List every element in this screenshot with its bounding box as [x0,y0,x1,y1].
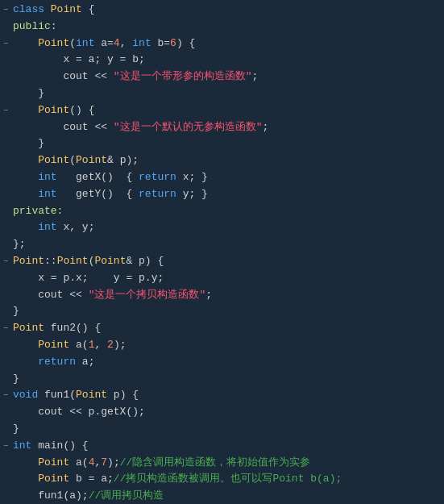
token-plain: & p) { [126,253,164,270]
token-plain: x, y; [57,219,95,236]
token-kw: int [76,35,94,52]
code-line: fun1(a);//调用拷贝构造 [0,488,444,504]
token-plain: { [82,2,95,19]
token-kw: return [38,354,76,371]
token-cn: Point [13,253,44,270]
token-plain: ( [69,152,76,169]
token-plain [13,186,38,203]
token-plain: } [13,371,19,388]
token-plain: ) { [176,35,195,52]
fold-icon[interactable] [3,373,13,387]
fold-icon[interactable]: − [3,389,13,403]
fold-icon[interactable] [3,456,13,471]
token-plain [13,219,38,236]
code-line: Point a(4,7);//隐含调用构造函数，将初始值作为实参 [0,455,444,472]
fold-icon[interactable] [3,238,13,252]
token-plain: & p); [107,152,139,169]
code-line: } [0,85,444,102]
fold-icon[interactable]: − [3,255,13,269]
token-plain: , [120,35,133,52]
token-num: 6 [170,35,176,52]
code-line: cout << p.getX(); [0,404,444,421]
token-plain: main() { [31,438,88,455]
fold-icon[interactable] [3,121,13,135]
token-plain [13,354,38,371]
fold-icon[interactable] [3,339,13,353]
token-plain: }; [13,236,26,253]
code-line: Point b = a;//拷贝构造函数被调用。也可以写Point b(a); [0,471,444,488]
token-cn: Point [94,253,126,270]
fold-icon[interactable] [3,289,13,303]
code-line: Point(Point& p); [0,152,444,169]
fold-icon[interactable] [3,137,13,152]
code-line: − Point() { [0,102,444,119]
token-plain [13,35,38,52]
fold-icon[interactable] [3,205,13,219]
fold-icon[interactable] [3,272,13,286]
token-plain: x = a; y = b; [13,52,145,69]
token-kw: int [132,35,151,52]
fold-icon[interactable] [3,356,13,370]
token-plain: :: [44,253,57,270]
fold-icon[interactable] [3,221,13,235]
token-str: "这是一个默认的无参构造函数" [114,119,263,136]
token-num: 4 [89,455,95,472]
token-num: 4 [114,35,120,52]
fold-icon[interactable]: − [3,3,13,18]
token-kw: int [13,438,31,455]
token-cn: Point [38,35,69,52]
token-label: public: [13,19,57,35]
fold-icon[interactable] [3,305,13,319]
token-plain: } [13,85,44,102]
code-line: int x, y; [0,219,444,236]
fold-icon[interactable] [3,70,13,85]
token-num: 7 [101,455,107,472]
token-comment2: //拷贝构造函数被调用。也可以写Point b(a); [114,471,342,488]
fold-icon[interactable]: − [3,104,13,119]
code-line: } [0,135,444,152]
token-kw: class [13,2,51,19]
token-num: 1 [89,337,95,354]
fold-icon[interactable] [3,20,13,35]
token-plain [13,455,38,472]
token-cn: Point [38,102,69,119]
token-cn: Point [38,471,69,488]
token-plain: x = p.x; y = p.y; [13,270,164,287]
token-plain: ( [69,35,76,52]
code-line: return a; [0,354,444,371]
fold-icon[interactable] [3,489,13,504]
fold-icon[interactable]: − [3,37,13,52]
fold-icon[interactable] [3,423,13,437]
token-plain: , [94,455,101,472]
token-kw: int [38,169,56,186]
fold-icon[interactable] [3,154,13,169]
code-line: cout << "这是一个默认的无参构造函数"; [0,119,444,136]
code-line: } [0,421,444,438]
fold-icon[interactable] [3,171,13,185]
fold-icon[interactable] [3,406,13,420]
token-cn: Point [57,253,89,270]
fold-icon[interactable]: − [3,439,13,454]
token-plain: a= [94,35,113,52]
token-plain: getY() { [57,186,139,203]
token-plain: cout << [13,69,114,85]
token-cn: Point [51,2,82,19]
fold-icon[interactable] [3,473,13,487]
fold-icon[interactable]: − [3,322,13,336]
token-plain: cout << [13,287,89,304]
token-plain: ); [114,337,127,354]
token-plain: ( [89,253,95,270]
token-plain: fun1( [38,387,76,404]
token-label: private: [13,203,63,220]
code-line: −Point fun2() { [0,320,444,337]
fold-icon[interactable] [3,53,13,68]
code-editor: −class Point { public:− Point(int a=4, i… [0,0,444,504]
fold-icon[interactable] [3,188,13,202]
fold-icon[interactable] [3,87,13,102]
token-plain: } [13,303,19,320]
token-kw: return [139,169,176,186]
code-line: cout << "这是一个拷贝构造函数"; [0,287,444,304]
token-plain: () { [69,102,94,119]
token-kw: void [13,387,38,404]
token-comment2: //调用拷贝构造 [89,488,164,504]
